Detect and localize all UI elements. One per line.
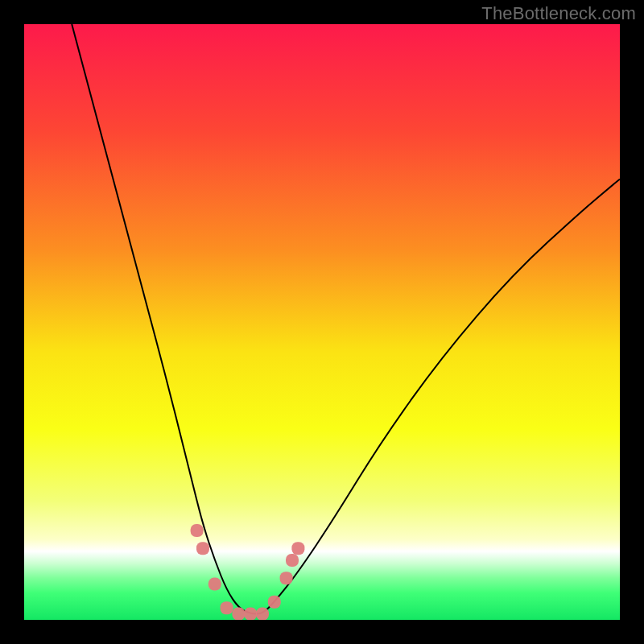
curve-marker [208, 578, 221, 591]
curve-marker [221, 601, 233, 614]
plot-area [24, 24, 620, 620]
curve-marker [280, 572, 293, 584]
curve-marker [244, 608, 257, 620]
curve-marker [256, 608, 269, 620]
gradient-background [24, 24, 620, 620]
curve-marker [196, 542, 209, 555]
curve-marker [291, 542, 304, 555]
curve-marker [268, 596, 281, 609]
watermark-text: TheBottleneck.com [481, 3, 636, 24]
bottleneck-chart [24, 24, 620, 620]
curve-marker [286, 554, 299, 567]
curve-marker [232, 608, 245, 620]
chart-frame: TheBottleneck.com [0, 0, 644, 644]
curve-marker [191, 524, 204, 537]
